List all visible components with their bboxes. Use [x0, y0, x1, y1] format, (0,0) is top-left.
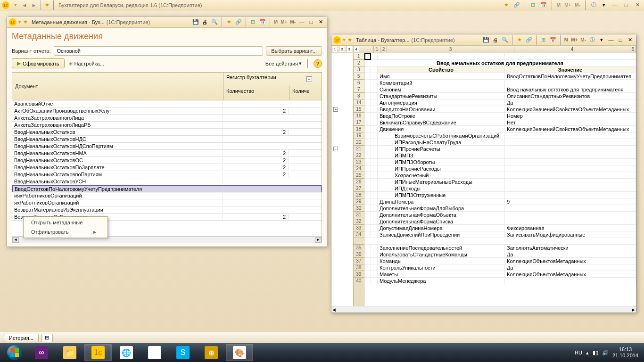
- all-actions-button[interactable]: Все действия ▾: [265, 60, 302, 66]
- row-number[interactable]: 5: [354, 73, 364, 80]
- sheet-row[interactable]: ИПИныеМатериальныеРасходы: [364, 179, 636, 185]
- sheet-row[interactable]: КонтрольУникальностиДа: [364, 264, 636, 271]
- task-chrome[interactable]: 🌐: [113, 344, 140, 361]
- maximize-button[interactable]: □: [616, 36, 625, 44]
- task-paint[interactable]: 🎨: [226, 344, 253, 361]
- sheet-row[interactable]: МакетыКоллекцияОбъектовМетаданных: [364, 271, 636, 278]
- table-row[interactable]: АвансовыйОтчет: [12, 100, 322, 107]
- row-number[interactable]: 17: [354, 119, 364, 126]
- form-button[interactable]: ▶Сформировать: [12, 58, 65, 68]
- row-number[interactable]: 19: [354, 132, 364, 139]
- m-button[interactable]: M: [556, 2, 561, 8]
- table-row[interactable]: АктОбОказанииПроизводственныхУслуг2: [12, 107, 322, 115]
- outline-expand-icon[interactable]: +: [333, 107, 338, 112]
- row-number[interactable]: 2: [354, 60, 364, 66]
- row-number[interactable]: 16: [354, 113, 364, 119]
- sheet-row[interactable]: МодульМенеджера: [364, 278, 636, 284]
- link-icon[interactable]: 🔗: [234, 18, 243, 26]
- row-number[interactable]: 3: [354, 66, 364, 73]
- sheet-row[interactable]: ИПРасходыНаОплатуТруда: [364, 139, 636, 146]
- row-number[interactable]: 35: [354, 245, 364, 251]
- row-number[interactable]: 34: [354, 231, 364, 238]
- sheet-row[interactable]: ВзаиморасчетыСРаботникамиОрганизаций: [364, 132, 636, 139]
- calendar-icon[interactable]: 📅: [549, 36, 557, 44]
- window-switch-icon[interactable]: ⊞: [41, 334, 53, 342]
- row-number[interactable]: 37: [354, 258, 364, 264]
- row-number[interactable]: 31: [354, 212, 364, 218]
- m-plus-button[interactable]: M+: [570, 37, 578, 42]
- minimize-button[interactable]: —: [607, 36, 615, 44]
- close-button[interactable]: ✕: [633, 1, 642, 9]
- link-icon[interactable]: 🔗: [525, 36, 533, 44]
- history-button[interactable]: История...: [4, 334, 39, 342]
- row-number[interactable]: 29: [354, 198, 364, 205]
- collapse-icon[interactable]: −: [306, 76, 312, 82]
- favorites-icon[interactable]: ★: [23, 19, 28, 25]
- active-cell[interactable]: [364, 53, 371, 60]
- row-number[interactable]: 25: [354, 172, 364, 179]
- outline-level-3[interactable]: 3: [346, 46, 352, 52]
- start-button[interactable]: [2, 344, 27, 361]
- sheet-row[interactable]: ДлинаНомера9: [364, 198, 636, 205]
- col-header-5[interactable]: 5: [630, 46, 636, 53]
- scroll-left-icon[interactable]: ◄: [331, 307, 337, 313]
- row-number[interactable]: 22: [354, 152, 364, 159]
- table-row[interactable]: ВводОстатковПоНалоговомуУчетуПредпринима…: [12, 185, 322, 192]
- sheet-row[interactable]: ВводитсяНаОснованииКоллекцияЗначенийСвой…: [364, 106, 636, 113]
- row-number[interactable]: 21: [354, 146, 364, 152]
- maximize-button[interactable]: □: [307, 18, 315, 26]
- child-titlebar[interactable]: 1c ▾ ★ Таблица - Бухгалтер... (1С:Предпр…: [331, 34, 636, 46]
- minimize-button[interactable]: —: [297, 18, 306, 26]
- tray-clock[interactable]: 16:13 21.10.2014: [612, 346, 638, 359]
- task-app[interactable]: ⊞: [141, 344, 168, 361]
- row-number[interactable]: 23: [354, 159, 364, 165]
- row-number[interactable]: 26: [354, 179, 364, 185]
- sheet-row[interactable]: ДополнительнаяФормаДляВыбора: [364, 205, 636, 212]
- outline-level-1[interactable]: 1: [332, 46, 338, 52]
- sheet-row[interactable]: Хозрасчетный: [364, 172, 636, 179]
- scroll-left-icon[interactable]: ◄: [12, 237, 19, 243]
- row-number[interactable]: 14: [354, 99, 364, 106]
- link-icon[interactable]: 🔗: [512, 1, 521, 9]
- grid-body[interactable]: АвансовыйОтчетАктОбОказанииПроизводствен…: [12, 100, 322, 236]
- table-row[interactable]: ВозвратМатериаловИзЭксплуатации: [12, 206, 322, 214]
- sheet-row[interactable]: КомандыКоллекцияОбъектовМетаданных: [364, 258, 636, 264]
- table-row[interactable]: АнкетаЗастрахованногоЛицаРБ: [12, 122, 322, 129]
- preview-icon[interactable]: 🔍: [210, 18, 219, 26]
- table-row[interactable]: ВводНачальныхОстатковпоПартиям2: [12, 171, 322, 178]
- col-header-4[interactable]: 4: [514, 46, 630, 53]
- maximize-button[interactable]: □: [621, 1, 631, 9]
- row-number[interactable]: 36: [354, 251, 364, 258]
- sheet-row[interactable]: [364, 238, 636, 245]
- info-icon[interactable]: ⓘ: [589, 1, 598, 9]
- print-icon[interactable]: 🖨: [491, 36, 500, 44]
- m-plus-button[interactable]: M+: [563, 2, 572, 8]
- sheet-row[interactable]: Комментарий: [364, 80, 636, 86]
- row-number[interactable]: 6: [354, 80, 364, 86]
- task-1c[interactable]: 1c: [84, 344, 112, 361]
- tray-network-icon[interactable]: ▮▯: [593, 350, 598, 356]
- save-icon[interactable]: 💾: [191, 18, 200, 26]
- table-row[interactable]: ияхРаботниковОрганизаций: [12, 192, 322, 199]
- sheet-row[interactable]: СинонимВвод начальных остатков для предп…: [364, 86, 636, 93]
- favorites-icon[interactable]: ★: [45, 2, 50, 8]
- tray-arrow-icon[interactable]: ▴: [586, 350, 589, 356]
- sheet-row[interactable]: ИПМПЗОтгруженные: [364, 192, 636, 198]
- row-number[interactable]: 8: [354, 93, 364, 99]
- close-button[interactable]: ✕: [626, 36, 634, 44]
- star-icon[interactable]: ★: [225, 18, 233, 26]
- m-minus-button[interactable]: M-: [579, 37, 587, 42]
- col-register[interactable]: Регистр бухгалтерии: [223, 73, 313, 86]
- col-header-2[interactable]: 2: [380, 46, 387, 53]
- m-button[interactable]: M: [273, 19, 279, 25]
- row-number[interactable]: 20: [354, 139, 364, 146]
- help-button[interactable]: ?: [314, 59, 322, 68]
- row-number[interactable]: 7: [354, 86, 364, 93]
- calendar-icon[interactable]: 📅: [539, 1, 548, 9]
- row-number[interactable]: 32: [354, 218, 364, 225]
- save-icon[interactable]: 💾: [482, 36, 490, 44]
- dropdown-icon[interactable]: ▾: [18, 19, 21, 25]
- row-number[interactable]: 27: [354, 185, 364, 192]
- calc-icon[interactable]: ⊞: [539, 36, 548, 44]
- tray-lang[interactable]: RU: [575, 350, 582, 355]
